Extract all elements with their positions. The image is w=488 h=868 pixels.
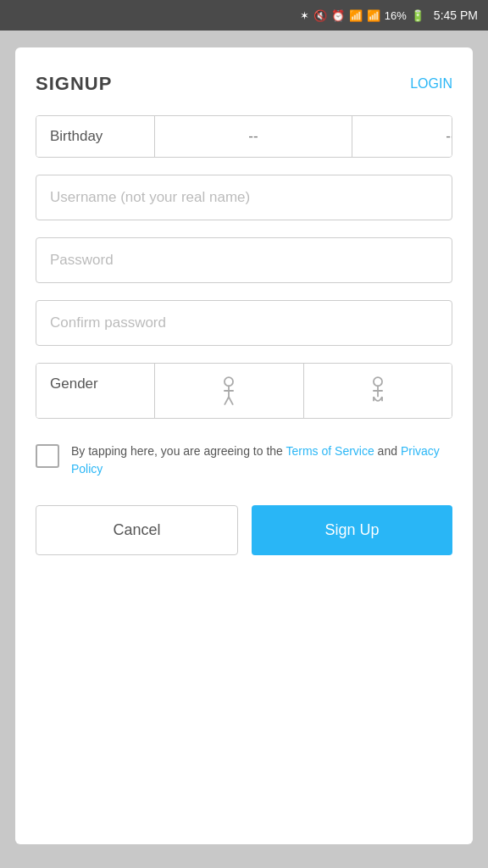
birthday-label: Birthday bbox=[36, 116, 155, 157]
status-time: 5:45 PM bbox=[434, 8, 478, 22]
birthday-month[interactable] bbox=[155, 116, 352, 157]
gender-row: Gender bbox=[36, 363, 452, 419]
confirm-password-input[interactable] bbox=[36, 300, 452, 346]
terms-and: and bbox=[374, 444, 401, 458]
terms-row: By tapping here, you are agreeing to the… bbox=[36, 442, 452, 478]
signup-button[interactable]: Sign Up bbox=[252, 505, 452, 555]
bluetooth-icon: ✶ bbox=[300, 9, 309, 22]
gender-male-button[interactable] bbox=[155, 364, 304, 418]
status-bar: ✶ 🔇 ⏰ 📶 📶 16% 🔋 5:45 PM bbox=[0, 0, 488, 31]
svg-line-3 bbox=[225, 397, 229, 404]
gender-female-button[interactable] bbox=[304, 364, 452, 418]
login-link[interactable]: LOGIN bbox=[410, 76, 452, 92]
mute-icon: 🔇 bbox=[313, 9, 327, 22]
gender-label: Gender bbox=[36, 364, 155, 418]
alarm-icon: ⏰ bbox=[331, 9, 345, 22]
terms-of-service-link[interactable]: Terms of Service bbox=[286, 444, 374, 458]
cancel-button[interactable]: Cancel bbox=[36, 505, 238, 555]
svg-line-4 bbox=[229, 397, 233, 404]
birthday-day[interactable] bbox=[352, 116, 452, 157]
username-input[interactable] bbox=[36, 175, 452, 220]
terms-text: By tapping here, you are agreeing to the… bbox=[71, 442, 452, 478]
female-icon bbox=[363, 376, 393, 406]
battery-icon: 🔋 bbox=[411, 9, 424, 22]
signup-card: SIGNUP LOGIN Birthday Gender bbox=[15, 47, 473, 844]
page-title: SIGNUP bbox=[36, 73, 112, 95]
signal-icon: 📶 bbox=[367, 9, 380, 22]
buttons-row: Cancel Sign Up bbox=[36, 505, 452, 555]
wifi-icon: 📶 bbox=[349, 9, 363, 22]
svg-point-0 bbox=[225, 377, 233, 386]
terms-prefix: By tapping here, you are agreeing to the bbox=[71, 444, 286, 458]
password-input[interactable] bbox=[36, 237, 452, 283]
header-row: SIGNUP LOGIN bbox=[36, 73, 452, 95]
male-icon bbox=[214, 376, 244, 406]
birthday-row: Birthday bbox=[36, 115, 452, 158]
status-icons: ✶ 🔇 ⏰ 📶 📶 16% 🔋 5:45 PM bbox=[300, 8, 478, 22]
battery-percentage: 16% bbox=[385, 9, 407, 22]
svg-point-5 bbox=[374, 377, 382, 386]
terms-checkbox[interactable] bbox=[36, 444, 59, 468]
